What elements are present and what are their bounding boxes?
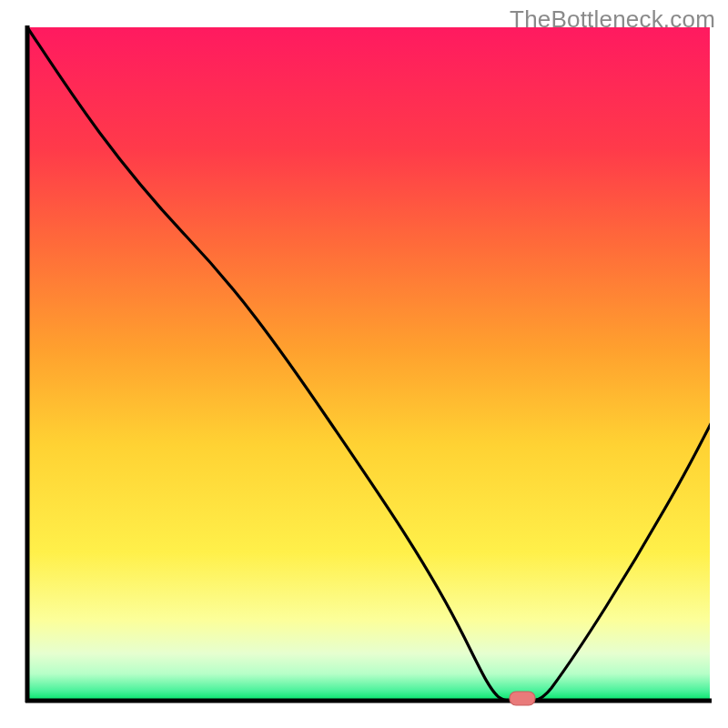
optimal-marker — [510, 692, 535, 705]
chart-svg — [0, 0, 728, 728]
plot-background — [27, 27, 710, 701]
watermark-label: TheBottleneck.com — [510, 5, 715, 34]
chart-container: TheBottleneck.com — [0, 0, 728, 728]
